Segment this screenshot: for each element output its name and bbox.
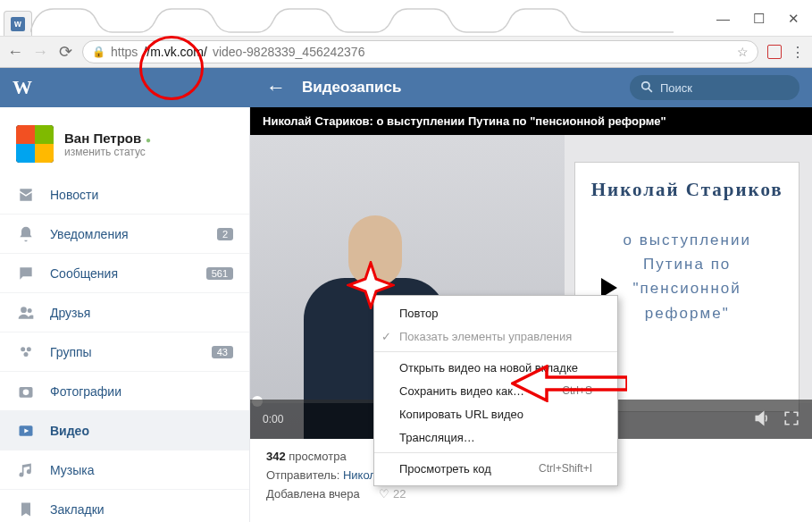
svg-point-2 xyxy=(21,307,27,313)
context-menu: Повтор ✓Показать элементы управления Отк… xyxy=(373,295,618,486)
friends-icon xyxy=(16,304,36,322)
sidebar-item-photo[interactable]: Фотографии xyxy=(0,372,249,411)
ghost-tabs xyxy=(30,5,704,36)
sidebar-item-label: Друзья xyxy=(50,306,90,320)
search-placeholder: Поиск xyxy=(660,81,692,95)
window-controls: — ☐ ✕ xyxy=(704,0,812,36)
sender-label: Отправитель: xyxy=(266,468,343,482)
sidebar-item-label: Сообщения xyxy=(50,266,118,281)
browser-menu-icon[interactable]: ⋮ xyxy=(791,44,805,61)
ctx-repeat[interactable]: Повтор xyxy=(374,301,617,324)
url-path: video-9828339_456242376 xyxy=(213,45,365,59)
svg-point-3 xyxy=(28,308,32,313)
sidebar-item-friends[interactable]: Друзья xyxy=(0,293,249,333)
video-icon xyxy=(16,422,36,440)
sidebar-item-label: Новости xyxy=(50,188,98,202)
url-scheme: https xyxy=(111,45,138,59)
url-host: //m.vk.com/ xyxy=(143,45,207,59)
sidebar-item-video[interactable]: Видео xyxy=(0,411,249,450)
bell-icon xyxy=(16,225,36,243)
ctx-open-new-tab[interactable]: Открыть видео на новой вкладке xyxy=(374,356,617,379)
ctx-save-video-as[interactable]: Сохранить видео как…Ctrl+S xyxy=(374,379,617,402)
sidebar-item-label: Уведомления xyxy=(50,227,129,241)
sidebar-item-music[interactable]: Музыка xyxy=(0,450,249,490)
ctx-show-controls[interactable]: ✓Показать элементы управления xyxy=(374,324,617,348)
maximize-button[interactable]: ☐ xyxy=(753,12,765,25)
extension-icon[interactable] xyxy=(767,45,782,59)
avatar xyxy=(16,125,54,163)
card-line: "пенсионной xyxy=(624,276,751,300)
card-line: реформе" xyxy=(624,301,751,325)
address-bar[interactable]: 🔒 https //m.vk.com/ video-9828339_456242… xyxy=(82,40,758,63)
back-button[interactable]: ← xyxy=(7,44,23,60)
sidebar-item-label: Группы xyxy=(50,345,92,359)
groups-icon xyxy=(16,343,36,361)
ctx-inspect[interactable]: Просмотреть кодCtrl+Shift+I xyxy=(374,457,617,480)
badge: 561 xyxy=(206,267,233,280)
vk-page-title: Видеозапись xyxy=(302,79,401,97)
lock-icon: 🔒 xyxy=(92,46,105,58)
news-icon xyxy=(16,186,36,204)
sidebar-item-label: Видео xyxy=(50,424,89,438)
vk-logo[interactable]: W xyxy=(0,76,45,99)
sidebar-item-bookmark[interactable]: Закладки xyxy=(0,490,249,522)
sidebar-item-label: Фотографии xyxy=(50,384,121,399)
browser-toolbar: ← → ⟳ 🔒 https //m.vk.com/ video-9828339_… xyxy=(0,36,812,68)
badge: 2 xyxy=(217,228,233,240)
svg-point-0 xyxy=(642,81,649,88)
current-time: 0:00 xyxy=(263,413,283,425)
vk-search-input[interactable]: Поиск xyxy=(630,75,799,100)
close-button[interactable]: ✕ xyxy=(788,12,799,25)
vk-favicon: w xyxy=(11,17,25,31)
card-name: Николай Стариков xyxy=(591,179,783,201)
sidebar-item-label: Закладки xyxy=(50,502,105,517)
forward-button[interactable]: → xyxy=(32,44,48,60)
view-count: 342 xyxy=(266,450,286,463)
user-name: Ван Петров xyxy=(64,130,141,146)
badge: 43 xyxy=(212,346,233,358)
svg-line-1 xyxy=(649,88,652,91)
ctx-cast[interactable]: Трансляция… xyxy=(374,425,617,449)
reload-button[interactable]: ⟳ xyxy=(57,44,73,60)
added-date: Добавлена вчера xyxy=(266,487,360,501)
photo-icon xyxy=(16,383,36,400)
svg-point-4 xyxy=(21,347,25,351)
view-label: просмотра xyxy=(286,450,347,463)
window-titlebar: w — ☐ ✕ xyxy=(0,0,812,36)
like-count: 22 xyxy=(393,487,406,501)
svg-point-8 xyxy=(23,389,29,395)
user-status[interactable]: изменить статус xyxy=(64,146,151,158)
search-icon xyxy=(640,80,653,96)
nav-list: НовостиУведомления2Сообщения561ДрузьяГру… xyxy=(0,175,249,522)
vk-back-button[interactable]: ← xyxy=(266,76,286,99)
svg-point-5 xyxy=(27,347,31,351)
profile-block[interactable]: Ван Петров ● изменить статус xyxy=(0,116,249,175)
online-dot-icon: ● xyxy=(143,135,151,145)
sidebar-item-msg[interactable]: Сообщения561 xyxy=(0,254,249,293)
sidebar: Ван Петров ● изменить статус НовостиУвед… xyxy=(0,107,250,522)
sidebar-item-groups[interactable]: Группы43 xyxy=(0,333,249,372)
bookmark-star-icon[interactable]: ☆ xyxy=(737,45,749,59)
ctx-copy-url[interactable]: Копировать URL видео xyxy=(374,402,617,425)
msg-icon xyxy=(16,265,36,282)
video-title: Николай Стариков: о выступлении Путина п… xyxy=(250,107,812,135)
sidebar-item-label: Музыка xyxy=(50,463,95,477)
browser-tab-vk[interactable]: w xyxy=(4,11,32,36)
music-icon xyxy=(16,461,36,479)
sidebar-item-bell[interactable]: Уведомления2 xyxy=(0,215,249,254)
minimize-button[interactable]: — xyxy=(716,12,730,25)
card-line: о выступлении xyxy=(624,228,751,252)
card-line: Путина по xyxy=(624,252,751,276)
svg-point-6 xyxy=(24,352,29,357)
sidebar-item-news[interactable]: Новости xyxy=(0,175,249,215)
fullscreen-icon[interactable] xyxy=(783,410,799,429)
like-icon[interactable]: ♡ 22 xyxy=(379,487,406,501)
check-icon: ✓ xyxy=(381,330,391,343)
bookmark-icon xyxy=(16,501,36,518)
vk-topbar: W ← Видеозапись Поиск xyxy=(0,68,812,107)
volume-icon[interactable] xyxy=(753,409,771,430)
